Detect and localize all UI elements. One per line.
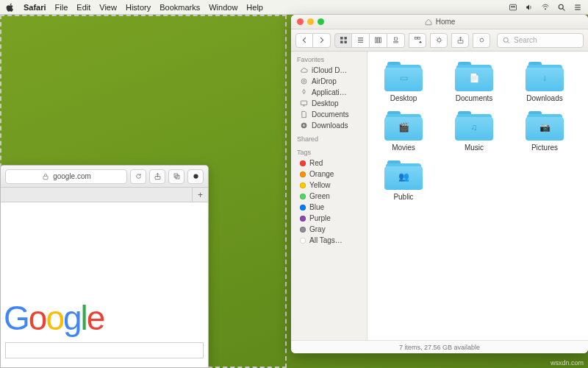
- folder-icon: 📄: [455, 62, 493, 91]
- svg-rect-22: [377, 38, 379, 43]
- sidebar-shared-header: Shared: [291, 131, 367, 144]
- safari-new-tab-button[interactable]: +: [192, 188, 208, 202]
- folder-icon: 📷: [526, 111, 564, 141]
- finder-statusbar: 7 items, 27.56 GB available: [291, 340, 588, 353]
- fast-user-switch-icon[interactable]: [509, 3, 517, 12]
- watermark: wsxdn.com: [551, 359, 584, 367]
- search-icon: [502, 36, 511, 45]
- sidebar-item-desktop[interactable]: Desktop: [291, 98, 367, 109]
- svg-point-34: [303, 80, 305, 82]
- finder-toolbar: Search: [291, 29, 588, 52]
- folder-pictures[interactable]: 📷Pictures: [516, 111, 573, 152]
- finder-zoom-button[interactable]: [318, 18, 324, 25]
- folder-desktop[interactable]: ▭Desktop: [375, 62, 432, 102]
- cloud-icon: [300, 66, 308, 74]
- folder-icon: ♫: [455, 111, 493, 141]
- finder-minimize-button[interactable]: [307, 18, 314, 25]
- share-button[interactable]: [451, 33, 469, 48]
- sidebar-tag-purple[interactable]: Purple: [291, 213, 367, 224]
- apps-icon: [300, 88, 308, 96]
- arrange-button[interactable]: [409, 33, 426, 48]
- tag-dot-icon: [300, 171, 306, 177]
- svg-line-33: [508, 41, 509, 43]
- sidebar-all-tags[interactable]: All Tags…: [291, 235, 367, 246]
- sidebar-item-downloads[interactable]: Downloads: [291, 120, 367, 131]
- finder-title: Home: [436, 18, 456, 26]
- folder-movies[interactable]: 🎬Movies: [375, 111, 432, 152]
- menu-view[interactable]: View: [99, 3, 117, 12]
- tag-dot-icon: [300, 194, 306, 199]
- finder-back-button[interactable]: [295, 33, 313, 48]
- safari-reload-button[interactable]: [130, 169, 146, 184]
- google-search-input[interactable]: [5, 342, 204, 358]
- svg-point-29: [437, 38, 440, 41]
- svg-line-5: [563, 8, 565, 10]
- sidebar-tag-blue[interactable]: Blue: [291, 202, 367, 213]
- menu-window[interactable]: Window: [209, 3, 237, 12]
- view-list-button[interactable]: [352, 33, 370, 48]
- finder-close-button[interactable]: [297, 18, 304, 25]
- apple-menu-icon[interactable]: [6, 3, 15, 12]
- spotlight-icon[interactable]: [557, 3, 566, 12]
- menu-bookmarks[interactable]: Bookmarks: [159, 3, 200, 12]
- folder-icon: 🎬: [384, 111, 423, 141]
- safari-tabs-button[interactable]: [168, 169, 184, 184]
- view-coverflow-button[interactable]: [387, 33, 405, 48]
- finder-search-input[interactable]: Search: [497, 33, 584, 48]
- svg-rect-15: [344, 37, 346, 39]
- svg-point-13: [193, 174, 198, 178]
- folder-icon: ▭: [384, 62, 423, 91]
- volume-icon[interactable]: [525, 3, 534, 12]
- svg-rect-36: [301, 101, 306, 105]
- finder-sidebar: Favorites iCloud D…AirDropApplicati…Desk…: [291, 52, 368, 340]
- svg-rect-17: [344, 41, 346, 43]
- safari-url: google.com: [53, 172, 91, 180]
- folder-documents[interactable]: 📄Documents: [445, 62, 503, 102]
- folder-downloads[interactable]: ↓Downloads: [516, 62, 573, 102]
- view-columns-button[interactable]: [370, 33, 387, 48]
- finder-window[interactable]: Home: [291, 15, 588, 353]
- desktop: Safari File Edit View History Bookmarks …: [0, 0, 588, 368]
- svg-rect-16: [340, 41, 343, 43]
- wifi-icon[interactable]: [541, 3, 550, 12]
- menu-history[interactable]: History: [126, 3, 151, 12]
- tags-edit-button[interactable]: [473, 33, 490, 48]
- sidebar-tags-header: Tags: [291, 144, 367, 158]
- sidebar-tag-gray[interactable]: Gray: [291, 224, 367, 235]
- folder-icon: 👥: [384, 160, 423, 190]
- finder-content[interactable]: ▭Desktop📄Documents↓Downloads🎬Movies♫Musi…: [368, 52, 588, 340]
- sidebar-tag-orange[interactable]: Orange: [291, 169, 367, 180]
- svg-rect-14: [340, 37, 343, 39]
- safari-address-bar[interactable]: google.com: [5, 169, 127, 184]
- sidebar-item-cloud[interactable]: iCloud D…: [291, 65, 367, 76]
- menubar: Safari File Edit View History Bookmarks …: [0, 0, 588, 15]
- sidebar-favorites-header: Favorites: [291, 52, 367, 65]
- folder-icon: ↓: [526, 62, 564, 91]
- menu-file[interactable]: File: [55, 3, 68, 12]
- safari-window[interactable]: google.com + Google: [0, 165, 209, 368]
- folder-public[interactable]: 👥Public: [375, 160, 432, 201]
- airdrop-icon: [300, 77, 308, 85]
- sidebar-item-documents[interactable]: Documents: [291, 109, 367, 120]
- menu-help[interactable]: Help: [246, 3, 263, 12]
- tag-dot-icon: [300, 183, 306, 188]
- finder-titlebar[interactable]: Home: [291, 15, 588, 29]
- safari-toolbar: google.com: [1, 166, 208, 188]
- safari-extension-button[interactable]: [187, 169, 204, 184]
- tag-dot-icon: [300, 227, 306, 233]
- svg-rect-21: [375, 38, 376, 43]
- notification-center-icon[interactable]: [573, 3, 582, 12]
- sidebar-item-airdrop[interactable]: AirDrop: [291, 76, 367, 87]
- action-button[interactable]: [430, 33, 448, 48]
- folder-music[interactable]: ♫Music: [445, 111, 503, 152]
- sidebar-tag-red[interactable]: Red: [291, 158, 367, 169]
- active-app-name[interactable]: Safari: [24, 3, 46, 12]
- sidebar-item-apps[interactable]: Applicati…: [291, 87, 367, 98]
- view-icons-button[interactable]: [334, 33, 352, 48]
- finder-search-placeholder: Search: [514, 36, 537, 44]
- safari-share-button[interactable]: [149, 169, 165, 184]
- menu-edit[interactable]: Edit: [76, 3, 90, 12]
- finder-forward-button[interactable]: [313, 33, 331, 48]
- sidebar-tag-yellow[interactable]: Yellow: [291, 180, 367, 191]
- sidebar-tag-green[interactable]: Green: [291, 191, 367, 202]
